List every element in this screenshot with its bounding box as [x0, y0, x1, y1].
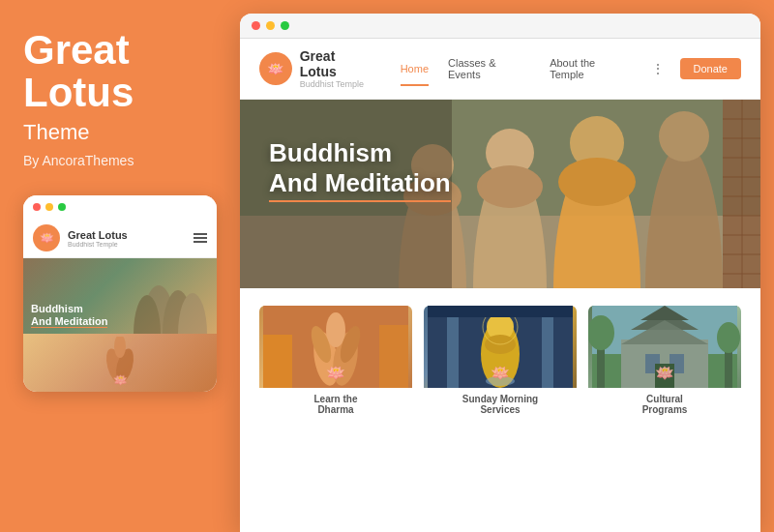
hero-background: Buddhism And Meditation [240, 100, 760, 288]
card-label-services: Sunday Morning Services [424, 388, 577, 417]
svg-rect-43 [542, 315, 553, 388]
mobile-brand: Great Lotus Buddhist Temple [68, 229, 128, 248]
theme-title: Great Lotus [23, 29, 217, 114]
mobile-hero-text-line1: Buddhism [31, 303, 107, 315]
svg-rect-49 [428, 306, 573, 317]
left-panel: Great Lotus Theme By AncoraThemes 🪷 Grea… [0, 0, 240, 532]
card-img-dharma: 🪷 [259, 306, 412, 388]
site-logo-wrap: 🪷 Great Lotus Buddhist Temple [259, 48, 375, 89]
nav-home[interactable]: Home [401, 63, 429, 74]
svg-point-35 [326, 312, 345, 347]
nav-more-icon[interactable]: ⋮ [651, 61, 665, 76]
card-learn-dharma: 🪷 Learn the Dharma [259, 306, 412, 417]
mobile-card-bg: 🪷 [23, 334, 217, 392]
mobile-nav: 🪷 Great Lotus Buddhist Temple [23, 219, 217, 258]
nav-classes[interactable]: Classes & Events [448, 57, 530, 80]
hero-text-overlay: Buddhism And Meditation [269, 138, 451, 202]
card-lotus-icon-2: 🪷 [491, 364, 510, 382]
svg-point-61 [588, 315, 614, 350]
mobile-hero: Buddhism And Meditation [23, 258, 217, 334]
svg-point-14 [477, 165, 543, 208]
site-navbar: 🪷 Great Lotus Buddhist Temple Home Class… [240, 39, 760, 100]
mobile-chrome [23, 195, 217, 219]
card-lotus-icon-1: 🪷 [326, 364, 345, 382]
mobile-dot-yellow [45, 203, 53, 211]
site-logo-icon: 🪷 [259, 52, 292, 85]
svg-point-19 [659, 111, 709, 162]
browser-dot-red [252, 21, 260, 30]
card-img-services: 🪷 [424, 306, 577, 388]
mobile-hero-bg: Buddhism And Meditation [23, 258, 217, 334]
browser-dot-green [281, 21, 289, 30]
svg-rect-38 [263, 335, 292, 388]
svg-point-17 [558, 158, 636, 206]
mobile-dot-red [33, 203, 41, 211]
hamburger-icon [194, 233, 207, 243]
hero-title-line1: Buddhism [269, 138, 451, 168]
svg-rect-39 [379, 325, 408, 388]
theme-subtitle: Theme [23, 120, 217, 145]
mobile-mockup: 🪷 Great Lotus Buddhist Temple [23, 195, 217, 392]
mobile-hero-text-line2: And Meditation [31, 315, 107, 328]
browser-dot-yellow [266, 21, 275, 30]
nav-about[interactable]: About the Temple [550, 57, 631, 80]
site-hero: Buddhism And Meditation [240, 100, 760, 288]
theme-author: By AncoraThemes [23, 153, 217, 168]
mobile-logo: 🪷 [33, 224, 60, 251]
cards-section: 🪷 Learn the Dharma [240, 288, 760, 434]
card-img-cultural: 🪷 [588, 306, 741, 388]
site-nav-links: Home Classes & Events About the Temple ⋮ [401, 57, 665, 80]
svg-rect-42 [447, 315, 459, 388]
mobile-hero-overlay: Buddhism And Meditation [31, 303, 107, 328]
card-sunday-services: 🪷 Sunday Morning Services [424, 306, 577, 417]
site-brand: Great Lotus Buddhist Temple [300, 48, 375, 89]
mobile-dot-green [58, 203, 66, 211]
hero-title-line2: And Meditation [269, 168, 451, 202]
card-label-cultural: Cultural Programs [588, 388, 741, 417]
mobile-card: 🪷 [23, 334, 217, 392]
browser-window: 🪷 Great Lotus Buddhist Temple Home Class… [240, 14, 760, 532]
card-label-dharma: Learn the Dharma [259, 388, 412, 417]
card-cultural: 🪷 Cultural Programs [588, 306, 741, 417]
donate-button[interactable]: Donate [680, 58, 741, 79]
card-lotus-icon-3: 🪷 [655, 364, 674, 382]
browser-chrome [240, 14, 760, 39]
svg-point-63 [717, 322, 740, 353]
